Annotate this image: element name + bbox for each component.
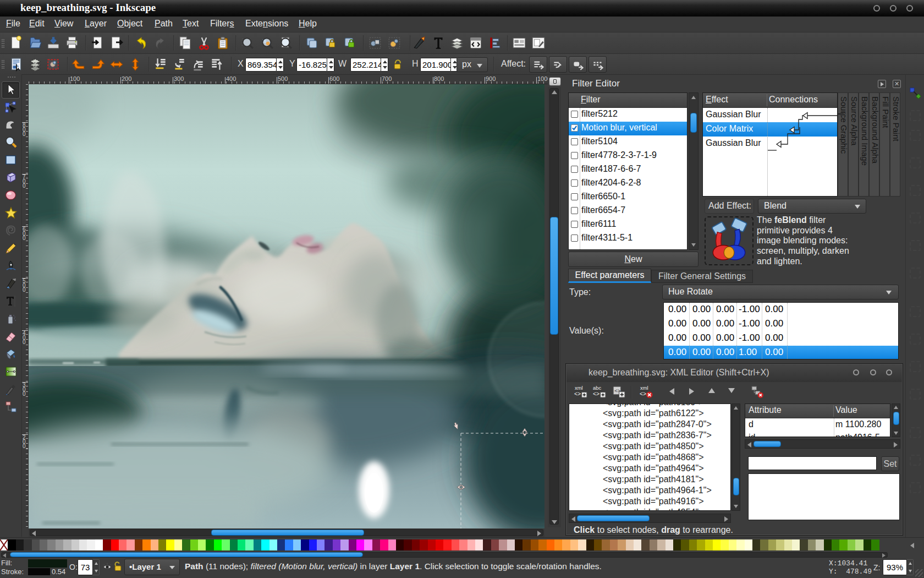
svg-text:<>: <> <box>640 391 646 397</box>
svg-text:<>: <> <box>593 391 600 397</box>
svg-text:<>: <> <box>574 391 581 397</box>
